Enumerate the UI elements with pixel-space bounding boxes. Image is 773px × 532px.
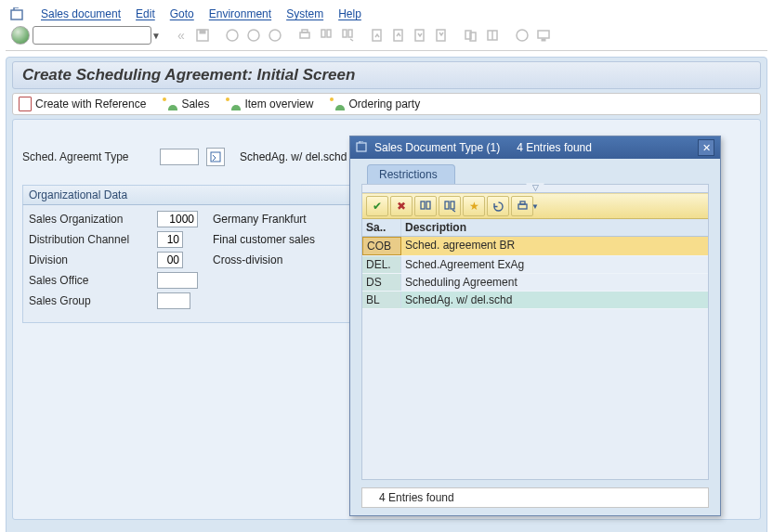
- svg-rect-32: [520, 201, 525, 204]
- create-with-reference-button[interactable]: Create with Reference: [19, 97, 146, 111]
- app-toolbar: Create with Reference Sales Item overvie…: [12, 93, 761, 115]
- find-icon-popup[interactable]: [414, 196, 437, 216]
- cell-desc: SchedAg. w/ del.schd: [401, 292, 708, 308]
- svg-rect-26: [421, 201, 425, 209]
- cell-type: BL: [362, 292, 401, 308]
- sales-group-input[interactable]: [157, 292, 190, 309]
- header-col-desc[interactable]: Description: [401, 219, 708, 236]
- save-icon[interactable]: [193, 27, 212, 44]
- table-row[interactable]: COB Sched. agreement BR: [362, 237, 708, 256]
- last-page-icon[interactable]: [432, 27, 451, 44]
- command-field[interactable]: [33, 26, 151, 45]
- exit-icon[interactable]: [244, 27, 263, 44]
- popup-close-button[interactable]: ✕: [698, 139, 714, 156]
- find-icon[interactable]: [317, 27, 335, 44]
- svg-rect-7: [302, 30, 308, 32]
- left-icon[interactable]: «: [172, 27, 190, 44]
- menu-help[interactable]: Help: [338, 7, 361, 20]
- sales-org-desc: Germany Frankfurt: [213, 213, 307, 226]
- svg-rect-0: [11, 10, 22, 19]
- svg-point-3: [227, 30, 238, 41]
- division-desc: Cross-division: [213, 253, 282, 266]
- accept-icon[interactable]: ✔: [366, 196, 388, 216]
- item-overview-icon: [226, 97, 241, 110]
- table-row[interactable]: DS Scheduling Agreement: [362, 274, 708, 292]
- document-icon: [19, 97, 32, 111]
- first-page-icon[interactable]: [368, 27, 386, 44]
- menu-environment[interactable]: Environment: [209, 7, 271, 20]
- svg-rect-22: [538, 31, 549, 38]
- layout-icon[interactable]: [534, 27, 553, 44]
- cell-type: DS: [362, 274, 401, 291]
- help-icon[interactable]: [513, 27, 531, 44]
- svg-line-30: [452, 210, 455, 212]
- dist-channel-input[interactable]: [157, 231, 183, 248]
- sales-group-row: Sales Group: [29, 292, 350, 309]
- svg-point-21: [517, 30, 528, 41]
- print-icon-popup[interactable]: [511, 196, 533, 216]
- sales-icon: [163, 97, 177, 110]
- dist-channel-desc: Final customer sales: [213, 233, 315, 246]
- svg-rect-25: [357, 143, 366, 151]
- menu-edit[interactable]: Edit: [136, 7, 155, 20]
- prev-page-icon[interactable]: [389, 27, 408, 44]
- popup-titlebar[interactable]: Sales Document Type (1) 4 Entries found …: [350, 136, 720, 159]
- sales-button[interactable]: Sales: [163, 97, 209, 110]
- create-ref-label: Create with Reference: [35, 97, 146, 110]
- order-party-label: Ordering party: [348, 97, 420, 110]
- cell-desc: Sched. agreement BR: [401, 237, 708, 255]
- next-page-icon[interactable]: [411, 27, 429, 44]
- sales-org-input[interactable]: [157, 211, 198, 227]
- restrictions-collapse-icon[interactable]: [362, 185, 708, 193]
- sched-type-input[interactable]: [160, 149, 199, 165]
- sales-org-label: Sales Organization: [29, 213, 150, 226]
- command-dropdown-icon[interactable]: ▼: [151, 31, 161, 41]
- popup-title: Sales Document Type (1): [374, 141, 500, 154]
- division-input[interactable]: [157, 252, 183, 268]
- item-overview-button[interactable]: Item overview: [226, 97, 313, 110]
- popup-entries-count: 4 Entries found: [517, 141, 592, 154]
- ordering-party-button[interactable]: Ordering party: [330, 97, 420, 110]
- ordering-party-icon: [330, 97, 345, 110]
- svg-rect-11: [348, 30, 352, 37]
- cell-type: DEL.: [362, 256, 401, 273]
- svg-rect-10: [343, 30, 347, 37]
- page-title: Create Scheduling Agreement: Initial Scr…: [22, 66, 751, 84]
- popup-title-icon: [356, 141, 369, 155]
- svg-rect-24: [211, 152, 220, 162]
- personal-list-icon[interactable]: ★: [463, 196, 485, 216]
- sales-org-row: Sales Organization Germany Frankfurt: [29, 211, 350, 227]
- print-icon[interactable]: [295, 27, 314, 44]
- popup-tabstrip: Restrictions: [350, 159, 720, 184]
- cell-type: COB: [362, 237, 401, 255]
- header-col-type[interactable]: Sa..: [362, 219, 401, 236]
- dist-channel-label: Distribution Channel: [29, 233, 150, 246]
- table-row[interactable]: BL SchedAg. w/ del.schd: [362, 292, 708, 309]
- f4-help-icon[interactable]: [206, 148, 225, 166]
- print-dd-icon[interactable]: ▼: [531, 202, 539, 211]
- cell-desc: Scheduling Agreement: [401, 274, 708, 291]
- find-next-icon[interactable]: [338, 27, 357, 44]
- new-session-icon[interactable]: [462, 27, 480, 44]
- enter-icon[interactable]: [11, 26, 30, 45]
- tab-restrictions[interactable]: Restrictions: [367, 164, 455, 184]
- sales-office-input[interactable]: [157, 272, 198, 289]
- back-icon[interactable]: [223, 27, 242, 44]
- result-table: Sa.. Description COB Sched. agreement BR…: [362, 219, 708, 309]
- title-bar: Create Scheduling Agreement: Initial Scr…: [12, 61, 761, 89]
- svg-point-5: [269, 30, 281, 41]
- svg-rect-27: [426, 201, 430, 209]
- find-next-icon-popup[interactable]: [439, 196, 461, 216]
- menu-sales-document[interactable]: Sales document: [41, 7, 121, 20]
- table-row[interactable]: DEL. Sched.Agreement ExAg: [362, 256, 708, 274]
- reject-icon[interactable]: ✖: [390, 196, 413, 216]
- svg-rect-29: [451, 201, 454, 209]
- menu-system[interactable]: System: [286, 7, 323, 20]
- shortcut-icon[interactable]: [483, 27, 502, 44]
- menu-goto[interactable]: Goto: [170, 7, 194, 20]
- svg-rect-28: [445, 201, 449, 209]
- svg-line-12: [350, 39, 353, 41]
- cancel-icon[interactable]: [266, 27, 284, 44]
- refresh-icon[interactable]: [487, 196, 509, 216]
- menubar: Sales document Edit Goto Environment Sys…: [6, 6, 767, 24]
